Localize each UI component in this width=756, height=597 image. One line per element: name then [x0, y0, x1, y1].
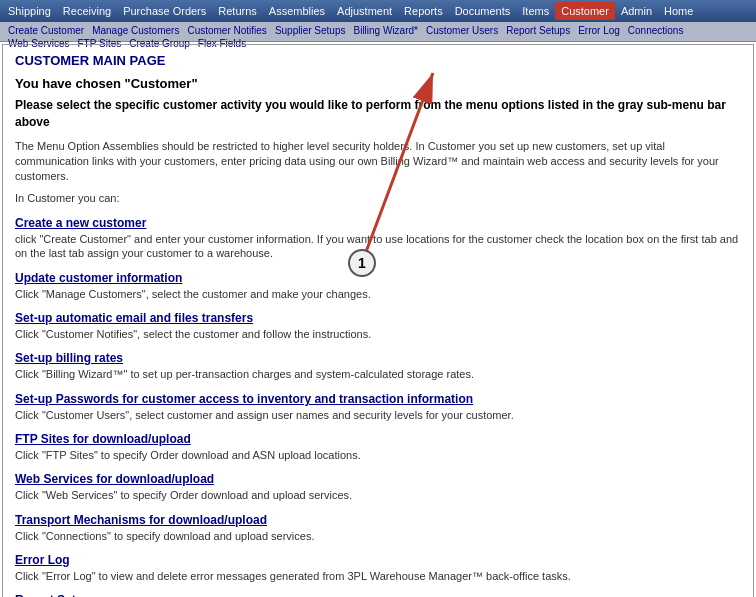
- section-link-7[interactable]: Transport Mechanisms for download/upload: [15, 513, 741, 527]
- nav-home[interactable]: Home: [658, 2, 699, 20]
- subnav-report-setups[interactable]: Report Setups: [502, 24, 574, 37]
- description-text: The Menu Option Assemblies should be res…: [15, 139, 741, 185]
- subnav-create-customer[interactable]: Create Customer: [4, 24, 88, 37]
- section-sub-text-5: Click "FTP Sites" to specify Order downl…: [15, 448, 741, 462]
- section-sub-text-6: Click "Web Services" to specify Order do…: [15, 488, 741, 502]
- nav-admin[interactable]: Admin: [615, 2, 658, 20]
- list-item: Report SetupsClick "Report Setups" to cu…: [15, 593, 741, 597]
- subnav-error-log[interactable]: Error Log: [574, 24, 624, 37]
- main-content: 1 CUSTOMER MAIN PAGE You have chosen "Cu…: [2, 44, 754, 597]
- section-link-3[interactable]: Set-up billing rates: [15, 351, 741, 365]
- subnav-connections[interactable]: Connections: [624, 24, 688, 37]
- section-sub-text-0: click "Create Customer" and enter your c…: [15, 232, 741, 261]
- section-link-5[interactable]: FTP Sites for download/upload: [15, 432, 741, 446]
- subnav-customer-users[interactable]: Customer Users: [422, 24, 502, 37]
- subnav-billing-wizard[interactable]: Billing Wizard*: [349, 24, 421, 37]
- nav-adjustment[interactable]: Adjustment: [331, 2, 398, 20]
- top-nav-bar: Shipping Receiving Purchase Orders Retur…: [0, 0, 756, 22]
- list-item: Transport Mechanisms for download/upload…: [15, 513, 741, 543]
- nav-documents[interactable]: Documents: [449, 2, 517, 20]
- nav-customer[interactable]: Customer: [555, 2, 615, 20]
- instruction-text: Please select the specific customer acti…: [15, 97, 741, 131]
- list-item: Set-up automatic email and files transfe…: [15, 311, 741, 341]
- section-link-1[interactable]: Update customer information: [15, 271, 741, 285]
- subnav-supplier-setups[interactable]: Supplier Setups: [271, 24, 350, 37]
- section-sub-text-8: Click "Error Log" to view and delete err…: [15, 569, 741, 583]
- section-link-6[interactable]: Web Services for download/upload: [15, 472, 741, 486]
- section-sub-text-4: Click "Customer Users", select customer …: [15, 408, 741, 422]
- list-item: Error LogClick "Error Log" to view and d…: [15, 553, 741, 583]
- can-do-text: In Customer you can:: [15, 191, 741, 206]
- nav-items[interactable]: Items: [516, 2, 555, 20]
- section-link-8[interactable]: Error Log: [15, 553, 741, 567]
- nav-shipping[interactable]: Shipping: [2, 2, 57, 20]
- list-item: Set-up billing ratesClick "Billing Wizar…: [15, 351, 741, 381]
- section-link-4[interactable]: Set-up Passwords for customer access to …: [15, 392, 741, 406]
- section-list: Create a new customerclick "Create Custo…: [15, 216, 741, 597]
- section-sub-text-2: Click "Customer Notifies", select the cu…: [15, 327, 741, 341]
- list-item: Web Services for download/uploadClick "W…: [15, 472, 741, 502]
- section-link-0[interactable]: Create a new customer: [15, 216, 741, 230]
- page-title: CUSTOMER MAIN PAGE: [15, 53, 741, 68]
- subnav-customer-notifies[interactable]: Customer Notifies: [183, 24, 270, 37]
- sub-nav-bar: Create Customer Manage Customers Custome…: [0, 22, 756, 42]
- nav-purchase-orders[interactable]: Purchase Orders: [117, 2, 212, 20]
- section-sub-text-3: Click "Billing Wizard™" to set up per-tr…: [15, 367, 741, 381]
- section-sub-text-1: Click "Manage Customers", select the cus…: [15, 287, 741, 301]
- list-item: Set-up Passwords for customer access to …: [15, 392, 741, 422]
- section-sub-text-7: Click "Connections" to specify download …: [15, 529, 741, 543]
- chosen-header: You have chosen "Customer": [15, 76, 741, 91]
- list-item: Update customer informationClick "Manage…: [15, 271, 741, 301]
- nav-receiving[interactable]: Receiving: [57, 2, 117, 20]
- nav-reports[interactable]: Reports: [398, 2, 449, 20]
- list-item: FTP Sites for download/uploadClick "FTP …: [15, 432, 741, 462]
- nav-assemblies[interactable]: Assemblies: [263, 2, 331, 20]
- section-link-2[interactable]: Set-up automatic email and files transfe…: [15, 311, 741, 325]
- section-link-9[interactable]: Report Setups: [15, 593, 741, 597]
- subnav-manage-customers[interactable]: Manage Customers: [88, 24, 183, 37]
- list-item: Create a new customerclick "Create Custo…: [15, 216, 741, 261]
- nav-returns[interactable]: Returns: [212, 2, 263, 20]
- annotation-circle-1: 1: [348, 249, 376, 277]
